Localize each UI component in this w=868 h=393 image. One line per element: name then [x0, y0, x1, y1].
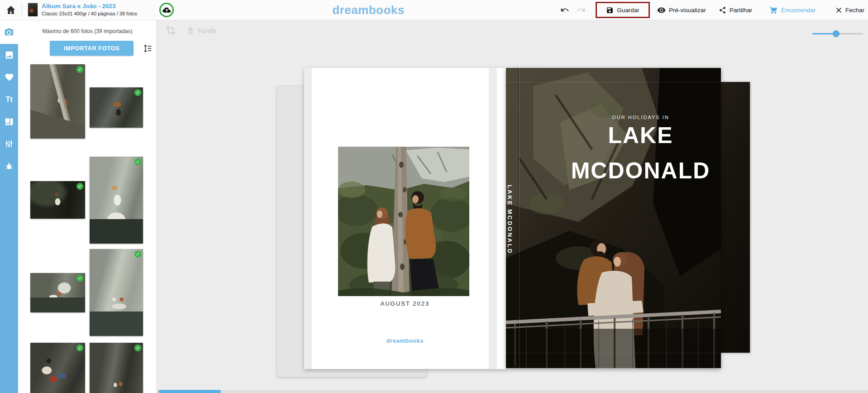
selected-check-icon: ✓ — [134, 89, 141, 96]
bug-icon — [5, 162, 14, 171]
camera-icon — [4, 27, 14, 37]
home-button[interactable] — [5, 5, 16, 15]
background-tool-button[interactable]: Fundo — [186, 25, 216, 36]
album-subtitle: Classic 23x31 400gr / 40 páginas / 38 fo… — [42, 11, 137, 16]
sidebar-item-photos[interactable] — [0, 20, 18, 44]
header-divider — [22, 4, 22, 16]
preview-label: Pré-visualizar — [669, 7, 706, 14]
app-logo: dreambooks — [300, 3, 436, 17]
preview-button[interactable]: Pré-visualizar — [657, 0, 706, 20]
close-label: Fechar — [845, 7, 864, 14]
import-photos-button[interactable]: IMPORTAR FOTOS — [50, 41, 134, 56]
selected-check-icon: ✓ — [76, 275, 83, 282]
sidebar-item-debug[interactable] — [5, 161, 14, 171]
bleed-strip-left — [304, 68, 312, 369]
selected-check-icon: ✓ — [76, 345, 83, 351]
photo-thumbnail[interactable]: ✓ — [30, 64, 85, 139]
text-tool-icon: Tt — [5, 95, 12, 104]
spine-title[interactable]: LAKE MCDONALD — [506, 185, 513, 262]
back-cover-page[interactable]: TO NEVER FORGET — [304, 68, 506, 369]
photo-thumbnail[interactable]: ✓ — [30, 343, 85, 393]
order-label: Encomendar — [781, 7, 816, 14]
photobook-editor: Álbum Sara e João - 2023 Classic 23x31 4… — [0, 0, 868, 393]
photo-thumbnail[interactable]: ✓ — [90, 343, 143, 393]
layout-icon — [5, 117, 14, 126]
front-cover-title-line2[interactable]: MCDONALD — [560, 159, 721, 182]
order-button[interactable]: Encomendar — [769, 0, 816, 20]
selected-check-icon: ✓ — [134, 158, 141, 165]
bleed-strip-spine — [489, 68, 497, 369]
photo-limit-text: Máximo de 600 fotos (39 importadas) — [18, 28, 157, 34]
album-thumbnail[interactable] — [28, 3, 38, 16]
sidebar-item-favorites[interactable] — [5, 72, 14, 82]
front-cover-page[interactable]: LAKE MCDONALD OUR HOLIDAYS IN LAKE MCDON… — [506, 68, 721, 368]
share-icon — [719, 6, 726, 14]
front-cover-title-line1[interactable]: LAKE — [560, 124, 721, 147]
selected-check-icon: ✓ — [134, 251, 141, 258]
wrap-fold-line-bottom — [506, 353, 721, 353]
sidebar-item-adjustments[interactable] — [5, 139, 14, 149]
sort-icon[interactable] — [143, 43, 153, 53]
back-cover-photo[interactable] — [338, 147, 469, 296]
back-cover-caption[interactable]: AUGUST 2023 — [304, 300, 506, 307]
photo-thumbnail[interactable]: ✓ — [90, 249, 143, 336]
save-icon — [606, 6, 614, 14]
horizontal-scrollbar-track[interactable] — [157, 390, 868, 393]
selected-check-icon: ✓ — [76, 183, 83, 190]
save-label: Guardar — [617, 7, 639, 14]
redo-icon[interactable] — [577, 5, 586, 14]
trash-icon — [186, 27, 195, 35]
undo-icon[interactable] — [560, 5, 569, 14]
wrap-fold-line-top — [506, 82, 721, 82]
close-icon — [835, 7, 842, 14]
photo-thumbnail[interactable]: ✓ — [30, 181, 85, 219]
album-title[interactable]: Álbum Sara e João - 2023 — [42, 3, 116, 10]
tool-sidebar: Tt — [0, 44, 18, 393]
heart-icon — [5, 72, 14, 82]
spine-fold-line — [518, 68, 519, 368]
save-button[interactable]: Guardar — [596, 2, 650, 18]
front-cover-photo — [506, 68, 721, 368]
photo-thumbnail[interactable]: ✓ — [90, 157, 143, 244]
cloud-upload-icon — [162, 5, 172, 15]
photo-thumbnail[interactable]: ✓ — [30, 273, 85, 312]
zoom-slider-thumb[interactable] — [833, 30, 839, 37]
photo-thumbnail[interactable]: ✓ — [90, 87, 143, 128]
image-icon — [5, 50, 14, 60]
horizontal-scrollbar-thumb[interactable] — [158, 390, 221, 393]
sidebar-item-text[interactable]: Tt — [5, 95, 14, 104]
share-label: Partilhar — [730, 7, 752, 14]
home-icon — [5, 5, 16, 15]
top-bar: Álbum Sara e João - 2023 Classic 23x31 4… — [0, 0, 868, 20]
sidebar-item-images[interactable] — [5, 50, 14, 60]
spine-fold-highlight — [519, 68, 520, 368]
sliders-icon — [5, 139, 14, 149]
cart-icon — [769, 6, 778, 14]
background-tool-label: Fundo — [198, 27, 216, 34]
crop-icon[interactable] — [166, 25, 176, 35]
selected-check-icon: ✓ — [76, 66, 83, 73]
sidebar-item-layouts[interactable] — [5, 117, 14, 126]
share-button[interactable]: Partilhar — [719, 0, 752, 20]
selected-check-icon: ✓ — [134, 345, 141, 351]
eye-icon — [657, 6, 666, 14]
upload-status-badge[interactable] — [159, 3, 174, 17]
front-cover-kicker[interactable]: OUR HOLIDAYS IN — [560, 115, 721, 120]
back-cover-brand: dreambooks — [304, 337, 506, 344]
close-button[interactable]: Fechar — [835, 0, 864, 20]
